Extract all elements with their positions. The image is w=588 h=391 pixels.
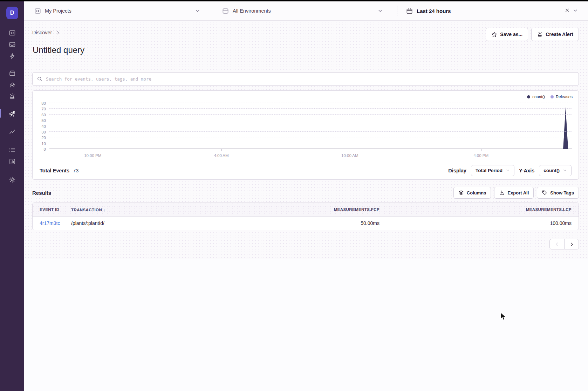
x-tick-label: 10:00 AM — [341, 153, 358, 158]
x-tick-mark — [350, 149, 350, 151]
display-select[interactable]: Total Period — [471, 165, 514, 176]
sidebar-item-issues[interactable] — [0, 39, 24, 50]
column-header-measurements-lcp[interactable]: MEASUREMENTS.LCP — [380, 207, 572, 212]
legend-item-count[interactable]: count() — [527, 95, 545, 99]
event-id-link[interactable]: 4r17m3tc — [40, 220, 71, 226]
count-series-spike — [49, 103, 572, 149]
environment-selector-label: All Environments — [233, 8, 271, 14]
export-all-button[interactable]: Export All — [494, 187, 534, 199]
y-tick-label: 60 — [33, 113, 46, 117]
sidebar-item-discover[interactable] — [0, 108, 24, 119]
chevron-down-icon[interactable] — [195, 8, 211, 14]
issues-icon — [9, 41, 16, 48]
search-bar — [32, 72, 579, 86]
chevron-down-icon — [505, 168, 510, 173]
chevron-down-icon — [562, 168, 567, 173]
chevron-down-icon[interactable] — [377, 8, 397, 14]
measurements-fcp-cell: 50.00ms — [232, 220, 380, 226]
layers-icon — [458, 190, 464, 196]
sidebar-nav — [0, 27, 24, 185]
sidebar-item-releases[interactable] — [0, 67, 24, 79]
y-tick-label: 40 — [33, 124, 46, 129]
main-content: Discover Save as... Create Alert Untitle… — [24, 21, 588, 391]
y-tick-label: 10 — [33, 142, 46, 146]
releases-series-dot — [551, 95, 554, 98]
clear-date-icon[interactable] — [565, 8, 570, 14]
breadcrumb: Discover — [32, 30, 61, 35]
y-tick-label: 50 — [33, 118, 46, 123]
chevron-down-icon[interactable] — [573, 8, 578, 14]
y-tick-label: 80 — [33, 101, 46, 105]
x-tick-mark — [93, 149, 93, 151]
gridline — [49, 131, 572, 132]
export-all-label: Export All — [507, 190, 529, 196]
gridline — [49, 120, 572, 120]
y-axis-select[interactable]: count() — [539, 165, 572, 176]
download-icon — [499, 190, 505, 196]
chart-footer: Total Events 73 Display Total Period Y-A… — [33, 161, 579, 180]
chevron-right-icon — [569, 242, 574, 247]
transaction-header-label: TRANSACTION — [71, 208, 102, 212]
sort-desc-icon: ↓ — [103, 207, 105, 212]
pagination-prev-button[interactable] — [549, 239, 564, 249]
y-tick-label: 20 — [33, 136, 46, 140]
x-tick-mark — [221, 149, 222, 151]
transaction-cell: /plants/:plantId/ — [71, 220, 232, 226]
y-axis-select-value: count() — [543, 168, 560, 173]
project-selector[interactable]: My Projects — [24, 1, 211, 20]
sidebar-item-dashboards[interactable] — [0, 126, 24, 137]
columns-label: Columns — [467, 190, 486, 196]
columns-button[interactable]: Columns — [453, 187, 491, 199]
environment-icon — [222, 8, 229, 14]
table-header-row: EVENT ID TRANSACTION↓ MEASUREMENTS.FCP M… — [33, 203, 579, 217]
package-icon — [9, 70, 16, 77]
gridline — [49, 114, 572, 115]
gridline — [49, 108, 572, 109]
gridline — [49, 126, 572, 126]
sidebar-item-performance[interactable] — [0, 50, 24, 62]
legend-releases-label: Releases — [556, 95, 573, 99]
sidebar-item-activity[interactable] — [0, 144, 24, 156]
sidebar: D — [0, 1, 24, 391]
siren-icon — [537, 32, 543, 37]
legend-item-releases[interactable]: Releases — [551, 95, 573, 99]
measurements-lcp-cell: 100.00ms — [380, 220, 572, 226]
pagination — [549, 239, 579, 249]
show-tags-button[interactable]: Show Tags — [537, 187, 579, 199]
y-tick-label: 0 — [33, 147, 46, 151]
sidebar-item-stats[interactable] — [0, 156, 24, 167]
pagination-next-button[interactable] — [564, 239, 579, 249]
bar-chart-icon — [9, 158, 16, 165]
sidebar-item-settings[interactable] — [0, 174, 24, 185]
chevron-left-icon — [554, 242, 560, 247]
environment-selector[interactable]: All Environments — [211, 1, 397, 20]
show-tags-label: Show Tags — [550, 190, 574, 196]
save-as-button[interactable]: Save as... — [486, 28, 528, 41]
org-avatar[interactable]: D — [6, 7, 18, 19]
sidebar-item-projects[interactable] — [0, 27, 24, 39]
x-tick-mark — [481, 149, 481, 151]
active-indicator — [0, 109, 1, 118]
chevron-right-icon — [55, 30, 61, 35]
telescope-icon — [8, 110, 16, 117]
breadcrumb-discover-link[interactable]: Discover — [32, 30, 52, 35]
column-header-transaction[interactable]: TRANSACTION↓ — [71, 207, 232, 212]
results-table: EVENT ID TRANSACTION↓ MEASUREMENTS.FCP M… — [32, 203, 579, 230]
table-row: 4r17m3tc /plants/:plantId/ 50.00ms 100.0… — [33, 217, 579, 230]
search-input[interactable] — [46, 76, 574, 82]
results-toolbar: Results Columns Export All Show Tags — [32, 187, 579, 199]
sidebar-item-alerts[interactable] — [0, 90, 24, 102]
sidebar-item-user-feedback[interactable] — [0, 79, 24, 90]
gridline — [49, 103, 572, 103]
gridline — [49, 137, 572, 137]
gear-icon — [9, 176, 16, 183]
column-header-event-id[interactable]: EVENT ID — [40, 207, 71, 212]
create-alert-button[interactable]: Create Alert — [531, 28, 579, 41]
search-icon — [37, 76, 43, 82]
save-as-label: Save as... — [500, 32, 522, 37]
app-window: D — [0, 0, 588, 391]
projects-icon — [9, 29, 16, 36]
chart-plot[interactable] — [49, 103, 572, 149]
date-range-selector[interactable]: Last 24 hours — [397, 1, 588, 20]
column-header-measurements-fcp[interactable]: MEASUREMENTS.FCP — [232, 207, 380, 212]
